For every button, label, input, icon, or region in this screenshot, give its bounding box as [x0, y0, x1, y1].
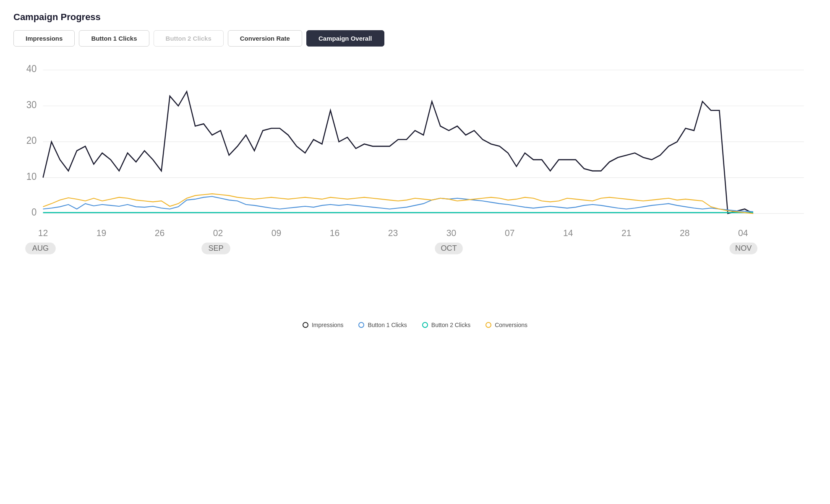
main-chart: 40 30 20 10 0 12 19 26 02 09 16 23 30 07… — [13, 57, 817, 317]
tab-bar: Impressions Button 1 Clicks Button 2 Cli… — [13, 30, 817, 47]
tab-campaign-overall[interactable]: Campaign Overall — [306, 30, 384, 47]
conversions-legend-label: Conversions — [495, 322, 527, 328]
conversions-legend-dot — [485, 322, 491, 328]
svg-text:02: 02 — [213, 227, 223, 238]
svg-text:40: 40 — [26, 63, 37, 75]
svg-text:0: 0 — [31, 207, 37, 218]
legend-impressions: Impressions — [303, 322, 343, 328]
chart-area: 40 30 20 10 0 12 19 26 02 09 16 23 30 07… — [13, 57, 817, 317]
impressions-line — [43, 91, 753, 213]
impressions-legend-dot — [303, 322, 308, 328]
button2-clicks-legend-dot — [422, 322, 428, 328]
tab-button1-clicks[interactable]: Button 1 Clicks — [79, 30, 149, 47]
svg-text:OCT: OCT — [441, 243, 457, 252]
svg-text:AUG: AUG — [32, 243, 49, 252]
svg-text:07: 07 — [505, 227, 515, 238]
legend-button1-clicks: Button 1 Clicks — [358, 322, 407, 328]
legend-conversions: Conversions — [485, 322, 527, 328]
svg-text:30: 30 — [446, 227, 457, 238]
svg-text:19: 19 — [97, 227, 107, 238]
svg-text:30: 30 — [26, 99, 37, 110]
svg-text:NOV: NOV — [735, 243, 752, 252]
svg-text:23: 23 — [388, 227, 398, 238]
conversions-line — [43, 194, 753, 213]
button2-clicks-legend-label: Button 2 Clicks — [431, 322, 470, 328]
svg-text:12: 12 — [38, 227, 48, 238]
legend: Impressions Button 1 Clicks Button 2 Cli… — [13, 322, 817, 328]
svg-text:10: 10 — [26, 171, 37, 182]
button1-clicks-legend-dot — [358, 322, 364, 328]
page-title: Campaign Progress — [13, 12, 817, 23]
legend-button2-clicks: Button 2 Clicks — [422, 322, 470, 328]
tab-impressions[interactable]: Impressions — [13, 30, 75, 47]
svg-text:20: 20 — [26, 135, 37, 146]
tab-button2-clicks[interactable]: Button 2 Clicks — [154, 30, 224, 47]
svg-text:16: 16 — [330, 227, 340, 238]
svg-text:SEP: SEP — [208, 243, 223, 252]
button1-clicks-legend-label: Button 1 Clicks — [368, 322, 407, 328]
impressions-legend-label: Impressions — [312, 322, 343, 328]
svg-text:04: 04 — [738, 227, 748, 238]
svg-text:14: 14 — [563, 227, 573, 238]
svg-text:21: 21 — [621, 227, 632, 238]
tab-conversion-rate[interactable]: Conversion Rate — [228, 30, 302, 47]
svg-text:28: 28 — [680, 227, 690, 238]
svg-text:09: 09 — [271, 227, 282, 238]
button1-clicks-line — [43, 197, 753, 212]
svg-text:26: 26 — [155, 227, 165, 238]
